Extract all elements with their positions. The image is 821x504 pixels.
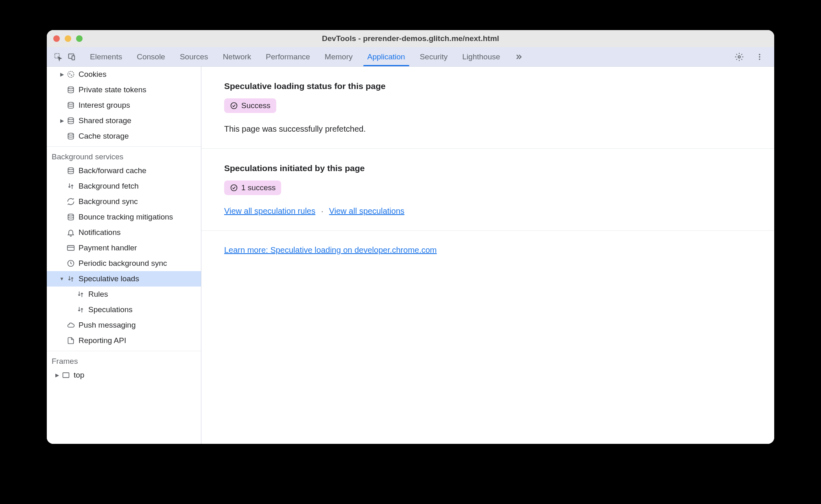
tab-label: Elements <box>90 52 122 61</box>
tab-label: Security <box>420 52 448 61</box>
tree-label: Periodic background sync <box>79 259 167 268</box>
panel-tabs: Elements Console Sources Network Perform… <box>83 47 733 66</box>
tree-label: Rules <box>88 290 108 299</box>
sidebar-item-back-forward-cache[interactable]: Back/forward cache <box>47 163 201 178</box>
sidebar-item-interest-groups[interactable]: Interest groups <box>47 98 201 113</box>
sidebar-item-shared-storage[interactable]: ▶ Shared storage <box>47 113 201 128</box>
section-speculations-initiated: Speculations initiated by this page 1 su… <box>201 149 774 231</box>
link-learn-more[interactable]: Learn more: Speculative loading on devel… <box>224 245 437 254</box>
tree-label: top <box>74 371 84 380</box>
section-heading: Speculative loading status for this page <box>224 81 751 91</box>
database-icon <box>66 85 75 94</box>
check-circle-icon <box>230 102 238 110</box>
tree-label: Background fetch <box>79 182 139 191</box>
sidebar-item-rules[interactable]: Rules <box>47 287 201 302</box>
collapse-arrow-icon: ▼ <box>59 276 65 282</box>
sidebar-item-push-messaging[interactable]: Push messaging <box>47 317 201 333</box>
svg-point-3 <box>738 56 740 58</box>
sidebar-item-cache-storage[interactable]: Cache storage <box>47 128 201 144</box>
tab-label: Memory <box>325 52 353 61</box>
tab-performance[interactable]: Performance <box>258 47 317 66</box>
svg-point-11 <box>68 102 73 104</box>
sidebar-item-bounce-tracking[interactable]: Bounce tracking mitigations <box>47 209 201 225</box>
cloud-icon <box>66 321 75 330</box>
sidebar-section-frames: Frames <box>47 351 201 367</box>
tree-label: Speculative loads <box>79 274 139 283</box>
database-icon <box>66 116 75 125</box>
tab-sources[interactable]: Sources <box>172 47 216 66</box>
expand-arrow-icon: ▶ <box>54 372 60 378</box>
application-sidebar: ▶ Cookies Private state tokens Interest … <box>47 67 201 444</box>
toolbar: Elements Console Sources Network Perform… <box>47 47 774 67</box>
tree-label: Cache storage <box>79 132 129 141</box>
svg-point-6 <box>759 59 760 60</box>
svg-point-12 <box>68 118 73 120</box>
link-view-all-speculations[interactable]: View all speculations <box>329 206 404 216</box>
svg-point-10 <box>68 87 73 89</box>
svg-point-14 <box>68 168 73 170</box>
svg-point-15 <box>68 214 73 216</box>
expand-arrow-icon: ▶ <box>59 72 65 77</box>
settings-icon[interactable] <box>733 50 746 63</box>
tree-label: Push messaging <box>79 321 135 330</box>
tab-lighthouse[interactable]: Lighthouse <box>455 47 507 66</box>
status-text: Success <box>241 101 271 110</box>
expand-arrow-icon: ▶ <box>59 118 65 124</box>
status-description: This page was successfully prefetched. <box>224 124 751 134</box>
tab-label: Performance <box>266 52 310 61</box>
tab-console[interactable]: Console <box>129 47 172 66</box>
sidebar-item-background-sync[interactable]: Background sync <box>47 194 201 209</box>
tree-label: Speculations <box>88 305 133 314</box>
sidebar-item-speculations[interactable]: Speculations <box>47 302 201 317</box>
frame-icon <box>61 371 70 380</box>
titlebar: DevTools - prerender-demos.glitch.me/nex… <box>47 30 774 47</box>
inspect-element-icon[interactable] <box>52 50 65 63</box>
sidebar-item-notifications[interactable]: Notifications <box>47 225 201 240</box>
svg-rect-16 <box>68 245 74 250</box>
tab-label: Network <box>223 52 251 61</box>
more-options-icon[interactable] <box>753 50 766 63</box>
tree-label: Shared storage <box>79 116 131 125</box>
chevron-right-double-icon <box>515 53 523 61</box>
tree-label: Background sync <box>79 197 138 206</box>
sidebar-item-cookies[interactable]: ▶ Cookies <box>47 67 201 82</box>
tree-label: Interest groups <box>79 101 130 110</box>
status-badge: 1 success <box>224 180 281 195</box>
database-icon <box>66 213 75 222</box>
minimize-window-button[interactable] <box>65 35 71 42</box>
database-icon <box>66 101 75 110</box>
svg-point-19 <box>231 103 237 109</box>
sidebar-item-periodic-sync[interactable]: Periodic background sync <box>47 256 201 271</box>
sidebar-item-background-fetch[interactable]: Background fetch <box>47 178 201 194</box>
link-view-all-rules[interactable]: View all speculation rules <box>224 206 315 216</box>
clock-icon <box>66 259 75 268</box>
cookie-icon <box>66 70 75 79</box>
sync-icon <box>66 197 75 206</box>
tree-label: Back/forward cache <box>79 166 146 175</box>
sidebar-item-frame-top[interactable]: ▶ top <box>47 367 201 383</box>
sidebar-item-reporting-api[interactable]: Reporting API <box>47 333 201 348</box>
tab-application[interactable]: Application <box>360 47 413 66</box>
section-heading: Speculations initiated by this page <box>224 163 751 173</box>
sidebar-item-payment-handler[interactable]: Payment handler <box>47 240 201 256</box>
maximize-window-button[interactable] <box>76 35 83 42</box>
tab-label: Lighthouse <box>462 52 500 61</box>
sidebar-item-speculative-loads[interactable]: ▼ Speculative loads <box>47 271 201 287</box>
sidebar-item-private-state-tokens[interactable]: Private state tokens <box>47 82 201 98</box>
close-window-button[interactable] <box>53 35 60 42</box>
tab-memory[interactable]: Memory <box>317 47 360 66</box>
tree-label: Cookies <box>79 70 107 79</box>
updown-icon <box>76 290 85 299</box>
device-toolbar-icon[interactable] <box>65 50 78 63</box>
svg-point-7 <box>68 72 74 78</box>
section-loading-status: Speculative loading status for this page… <box>201 67 774 149</box>
status-badge: Success <box>224 98 276 113</box>
svg-point-8 <box>70 74 70 74</box>
file-icon <box>66 336 75 345</box>
tab-elements[interactable]: Elements <box>83 47 129 66</box>
tab-security[interactable]: Security <box>413 47 455 66</box>
tab-network[interactable]: Network <box>216 47 259 66</box>
tab-label: Application <box>367 52 405 61</box>
tree-label: Payment handler <box>79 243 137 252</box>
tab-overflow[interactable] <box>507 47 530 66</box>
